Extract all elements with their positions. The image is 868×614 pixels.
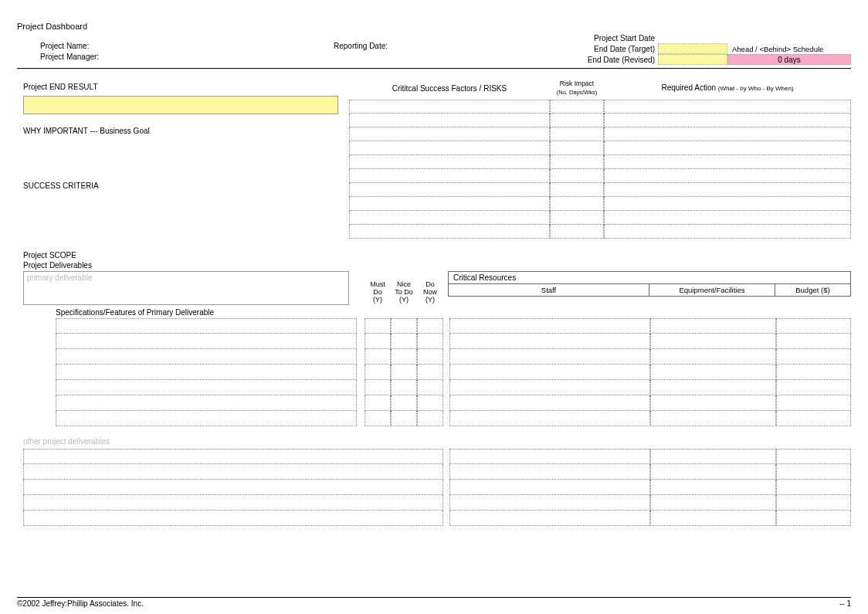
end-date-revised-label: End Date (Revised): [585, 56, 658, 64]
staff-grid[interactable]: [449, 318, 650, 426]
staff-header: Staff: [449, 283, 649, 296]
other-equipment-grid[interactable]: [650, 449, 776, 526]
end-result-input[interactable]: [23, 96, 338, 114]
csf-header: Crititcal Success Factors / RISKS: [349, 80, 550, 100]
schedule-label: Ahead / <Behind> Schedule: [727, 43, 851, 54]
project-manager-label: Project Manager:: [40, 53, 334, 63]
other-deliverables-grid-left[interactable]: [23, 449, 443, 526]
page-number: -- 1: [839, 599, 851, 608]
risk-impact-grid[interactable]: [550, 100, 604, 239]
budget-grid[interactable]: [776, 318, 852, 426]
budget-header: Budget ($): [775, 283, 850, 296]
end-result-header: Project END RESULT: [17, 80, 349, 96]
header-divider: [17, 68, 851, 69]
spec-grid[interactable]: [56, 318, 357, 426]
other-staff-grid[interactable]: [449, 449, 650, 526]
critical-resources-table: Critical Resources Staff Equipment/Facil…: [448, 271, 851, 305]
start-date-label: Project Start Date: [585, 34, 658, 42]
nice-to-do-grid[interactable]: [391, 318, 417, 426]
section-end-result: Project END RESULT WHY IMPORTANT --- Bus…: [17, 80, 851, 239]
footer: ©2002 Jeffrey:Phillip Associates. Inc. -…: [17, 597, 851, 608]
project-name-label: Project Name:: [40, 42, 334, 53]
equipment-grid[interactable]: [650, 318, 776, 426]
required-action-grid[interactable]: [604, 100, 851, 239]
schedule-value: 0 days: [727, 54, 851, 65]
header-block: Project Name: Project Manager: Reporting…: [17, 42, 851, 63]
must-do-grid[interactable]: [364, 318, 391, 426]
must-do-header: Must Do (Y): [364, 280, 391, 305]
equipment-header: Equipment/Facilities: [649, 283, 775, 296]
page-title: Project Dashboard: [17, 22, 851, 31]
other-deliverables-label: other project deliverables: [23, 437, 851, 446]
primary-deliverable-input[interactable]: primary deliverable: [23, 271, 349, 305]
risk-impact-header: Risk Impact (No. Days/Wks): [550, 80, 604, 100]
copyright: ©2002 Jeffrey:Phillip Associates. Inc.: [17, 599, 144, 608]
do-now-grid[interactable]: [417, 318, 443, 426]
end-date-target-value[interactable]: [658, 43, 727, 54]
deliverables-header: Project Deliverables: [23, 261, 851, 270]
do-now-header: Do Now (Y): [417, 280, 443, 305]
nice-to-do-header: Nice To Do (Y): [391, 280, 417, 305]
spec-label: Specifications/Features of Primary Deliv…: [17, 307, 357, 318]
reporting-date-label: Reporting Date:: [334, 42, 488, 53]
scope-header: Project SCOPE: [23, 251, 851, 260]
csf-grid[interactable]: [349, 100, 550, 239]
end-date-target-label: End Date (Target): [585, 45, 658, 53]
other-budget-grid[interactable]: [776, 449, 852, 526]
required-action-header: Required Action (What - by Who - By When…: [604, 80, 851, 100]
end-date-revised-value[interactable]: [658, 54, 727, 65]
why-important-header: WHY IMPORTANT --- Business Goal: [17, 122, 349, 138]
critical-resources-header: Critical Resources: [449, 272, 850, 283]
success-criteria-header: SUCCESS CRITERIA: [17, 177, 349, 193]
